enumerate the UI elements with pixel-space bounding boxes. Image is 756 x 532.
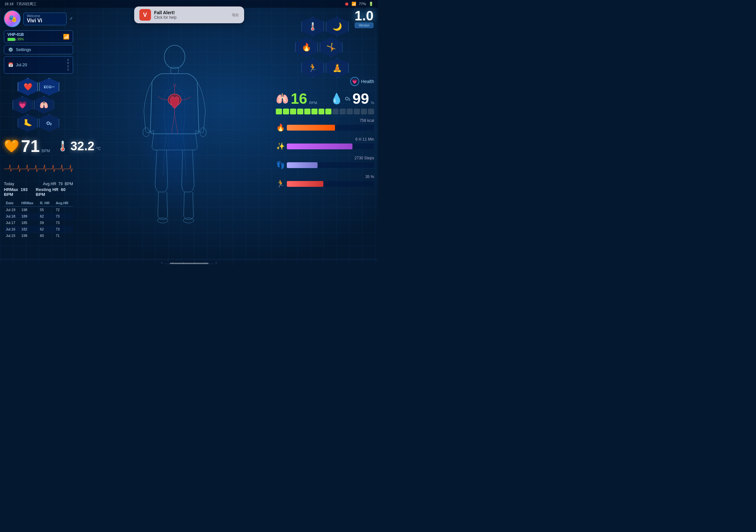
activity-row: 35 % 🏃: [276, 174, 374, 188]
sleep-bar: [287, 144, 374, 149]
breathing-segment: [311, 109, 317, 115]
battery-icon-status: 🔋: [369, 2, 373, 6]
version-badge: 1.0 Version: [355, 9, 373, 28]
battery-bar: 99%: [8, 38, 24, 41]
sleep-metric-icon: ✨: [276, 142, 285, 151]
oxygen-icon: 💧: [330, 93, 343, 105]
hex-grid-left: ❤️ ECG>> 💗 🫁 🦶 O₂: [4, 78, 73, 132]
right-panel: 🌡️ 🌙 🔥 🤸 🏃 🧘 💗 Health: [273, 9, 377, 258]
table-cell: Jul.15: [4, 232, 19, 239]
table-cell: 60: [38, 232, 54, 239]
date-button[interactable]: 📅 Jul.20 2 0 2 2: [4, 56, 73, 74]
table-cell: 185: [19, 220, 38, 226]
table-cell: 182: [19, 226, 38, 232]
right-hex-row-3: 🏃 🧘: [301, 58, 349, 78]
hex-lungs[interactable]: 🫁: [34, 96, 54, 114]
hex-oxygen[interactable]: O₂: [39, 115, 59, 132]
calories-value: 758 kcal: [276, 118, 374, 123]
table-row: Jul.151996071: [4, 232, 73, 239]
activity-bar-fill: [287, 181, 323, 187]
heart-rate-unit: BPM: [42, 149, 50, 154]
notification-app-icon: V: [139, 9, 151, 21]
gender-icon: ♂: [69, 16, 73, 22]
health-text: Health: [361, 79, 374, 84]
hrmax-display: HRMax 193 BPM: [4, 187, 36, 197]
breathing-segment: [347, 109, 353, 115]
steps-value: 2730 Steps: [276, 156, 374, 160]
hex-fire[interactable]: 🔥: [295, 38, 318, 57]
ecg-svg: [4, 158, 73, 178]
health-icon: 💗: [350, 77, 359, 86]
activity-value: 35 %: [276, 174, 374, 179]
hex-yoga[interactable]: 🧘: [326, 58, 349, 78]
right-hex-row-2: 🔥 🤸: [295, 38, 342, 57]
hex-heart[interactable]: ❤️: [18, 78, 38, 96]
table-cell: 62: [38, 213, 54, 220]
table-row: Jul.161826273: [4, 226, 73, 232]
table-cell: 198: [19, 206, 38, 213]
steps-bar-fill: [287, 162, 317, 168]
right-hex-row-1: 🌡️ 🌙: [301, 17, 349, 36]
hex-run[interactable]: 🏃: [301, 58, 324, 78]
user-section: 🎭 Welcome Vivi Vi ♂: [4, 10, 73, 27]
device-section: VHP-01B 99% 📶: [4, 30, 73, 43]
table-row: Jul.181896273: [4, 213, 73, 220]
device-battery: 99%: [17, 38, 24, 41]
user-name: Vivi Vi: [27, 18, 63, 24]
ecg-display: [4, 158, 73, 178]
resting-hr-display: Resting HR 60 BPM: [36, 187, 73, 197]
stats-section: Today Avg.HR 79 BPM HRMax 193 BPM Restin…: [4, 182, 73, 198]
hex-thermometer[interactable]: 🌡️: [301, 17, 324, 36]
status-time-date: 16:18 7月20日周三: [5, 2, 37, 7]
table-cell: 62: [38, 226, 54, 232]
hex-ecg[interactable]: ECG>>: [39, 78, 59, 96]
settings-label: Settings: [16, 47, 31, 52]
steps-icon: 👣: [276, 161, 285, 169]
hex-ecg2[interactable]: 💗: [13, 96, 33, 114]
user-info: Welcome Vivi Vi: [23, 13, 67, 25]
status-right: ⏺ 📶 77% 🔋: [344, 1, 373, 7]
record-icon: ⏺: [344, 1, 349, 7]
sleep-row: 6 H 11 Min ✨: [276, 137, 374, 151]
breathing-segment: [339, 109, 346, 115]
table-cell: 73: [54, 226, 73, 232]
avg-hr-display: Avg.HR 79 BPM: [43, 182, 73, 186]
hex-stretch[interactable]: 🤸: [320, 38, 342, 57]
settings-button[interactable]: ⚙️ Settings: [4, 45, 73, 54]
table-row: Jul.191985572: [4, 206, 73, 213]
table-cell: 73: [54, 220, 73, 226]
table-cell: 55: [38, 206, 54, 213]
body-glow: [142, 53, 207, 215]
table-cell: 72: [54, 206, 73, 213]
steps-row: 2730 Steps 👣: [276, 156, 374, 169]
content-area: 🎭 Welcome Vivi Vi ♂ VHP-01B 99%: [0, 8, 378, 259]
notification-title: Fall Alert!: [154, 10, 229, 15]
health-label-section: 💗 Health: [276, 77, 374, 86]
hex-feet[interactable]: 🦶: [18, 115, 38, 132]
table-cell: 59: [38, 220, 54, 226]
breathing-segment: [368, 109, 374, 115]
table-cell: Jul.16: [4, 226, 19, 232]
table-cell: Jul.17: [4, 220, 19, 226]
version-number: 1.0: [355, 9, 373, 23]
device-name: VHP-01B: [8, 32, 24, 37]
notification-subtitle: Click for help: [154, 15, 229, 20]
breathing-segment: [283, 109, 289, 115]
avatar: 🎭: [4, 10, 21, 27]
breathing-unit: RPM: [309, 101, 317, 106]
breathing-segment: [304, 109, 310, 115]
year-label4: 2: [67, 68, 69, 71]
period-label: Today: [4, 182, 14, 186]
table-row: Jul.171855973: [4, 220, 73, 226]
version-label: Version: [355, 23, 373, 28]
center-panel: [76, 9, 273, 258]
device-signal-icon: 📶: [63, 34, 69, 40]
notification-banner[interactable]: V Fall Alert! Click for help 现在: [134, 7, 244, 23]
table-cell: 199: [19, 232, 38, 239]
oxygen-unit: %: [371, 101, 374, 106]
status-date: 7月20日周三: [16, 2, 37, 6]
left-panel: 🎭 Welcome Vivi Vi ♂ VHP-01B 99%: [1, 9, 76, 258]
table-cell: 73: [54, 213, 73, 220]
hex-sleep[interactable]: 🌙: [326, 17, 349, 36]
activity-bar: [287, 181, 374, 187]
